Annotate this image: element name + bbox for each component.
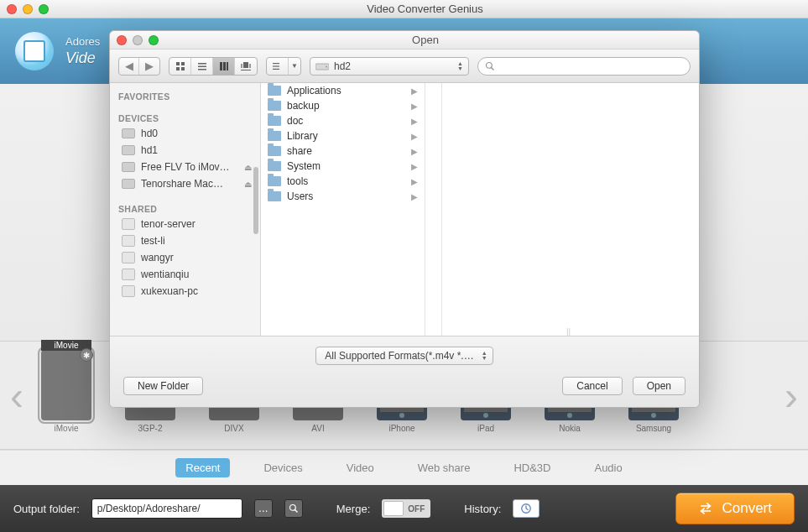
sidebar-device-item[interactable]: hd0 xyxy=(110,125,260,142)
chevron-updown-icon: ▲▼ xyxy=(457,61,463,71)
folder-label: Library xyxy=(287,130,318,142)
folder-item[interactable]: System▶ xyxy=(261,159,425,174)
sidebar[interactable]: FAVORITES DEVICES hd0hd1Free FLV To iMov… xyxy=(110,83,261,336)
svg-rect-16 xyxy=(241,70,251,70)
sidebar-devices-head: DEVICES xyxy=(110,110,260,125)
view-coverflow-button[interactable] xyxy=(235,58,257,75)
sidebar-item-label: hd1 xyxy=(141,144,158,156)
view-columns-button[interactable] xyxy=(213,58,235,75)
view-icons-button[interactable] xyxy=(169,58,191,75)
chevron-right-icon: ▶ xyxy=(411,117,418,126)
close-icon[interactable] xyxy=(7,4,17,14)
cancel-button[interactable]: Cancel xyxy=(562,377,622,395)
svg-rect-6 xyxy=(181,67,185,70)
tab-hd-3d[interactable]: HD&3D xyxy=(503,458,560,477)
folder-item[interactable]: tools▶ xyxy=(261,174,425,189)
folder-item[interactable]: Users▶ xyxy=(261,189,425,204)
chevron-right-icon: ▶ xyxy=(411,132,418,141)
sidebar-device-item[interactable]: Tenorshare Mac…⏏ xyxy=(110,175,260,192)
sidebar-item-label: tenor-server xyxy=(141,218,195,230)
folder-label: Applications xyxy=(287,85,341,96)
tab-web-share[interactable]: Web share xyxy=(408,458,481,477)
path-popup[interactable]: hd2 ▲▼ xyxy=(310,57,469,76)
svg-rect-17 xyxy=(273,63,279,64)
sidebar-favorites-head: FAVORITES xyxy=(110,88,260,103)
brand-text-2: Vide xyxy=(65,50,100,67)
chevron-right-icon: ▶ xyxy=(411,192,418,201)
sidebar-item-label: Free FLV To iMov… xyxy=(141,161,230,173)
folder-item[interactable]: doc▶ xyxy=(261,113,425,128)
folder-label: Users xyxy=(287,190,313,202)
folder-item[interactable]: share▶ xyxy=(261,143,425,159)
gear-icon[interactable]: ✱ xyxy=(80,348,93,362)
sidebar-device-item[interactable]: Free FLV To iMov…⏏ xyxy=(110,159,260,175)
file-format-filter[interactable]: All Supported Formats(*.m4v *.… ▲▼ xyxy=(315,347,493,365)
view-list-button[interactable] xyxy=(191,58,213,75)
minimize-icon[interactable] xyxy=(23,4,33,14)
drive-icon xyxy=(122,128,135,138)
footer-bar: Output folder: … Merge: OFF History: Con… xyxy=(0,485,808,532)
browse-output-button[interactable]: … xyxy=(254,499,273,518)
folder-label: System xyxy=(287,160,321,172)
nav-back-button[interactable]: ◀ xyxy=(119,58,139,75)
tab-video[interactable]: Video xyxy=(336,458,384,477)
file-column-3[interactable]: || xyxy=(442,83,699,336)
eject-icon[interactable]: ⏏ xyxy=(244,180,252,189)
dialog-zoom-icon[interactable] xyxy=(149,35,159,45)
thumb-label: iPhone xyxy=(388,424,414,433)
drive-icon xyxy=(122,179,135,189)
chevron-updown-icon: ▲▼ xyxy=(482,351,487,361)
sidebar-shared-item[interactable]: wangyr xyxy=(110,249,260,266)
svg-line-23 xyxy=(492,67,494,70)
folder-item[interactable]: Applications▶ xyxy=(261,83,425,98)
column-resize-handle[interactable]: || xyxy=(566,327,575,334)
thumbs-next-button[interactable]: › xyxy=(774,342,808,449)
svg-rect-19 xyxy=(273,68,279,69)
zoom-icon[interactable] xyxy=(39,4,49,14)
output-folder-input[interactable] xyxy=(91,498,242,519)
merge-toggle[interactable]: OFF xyxy=(382,499,430,518)
folder-item[interactable]: backup▶ xyxy=(261,98,425,113)
history-button[interactable] xyxy=(513,499,540,518)
tab-audio[interactable]: Audio xyxy=(584,458,632,477)
sidebar-shared-item[interactable]: wentianqiu xyxy=(110,266,260,283)
drive-icon xyxy=(315,61,329,71)
svg-rect-5 xyxy=(176,67,180,70)
open-button[interactable]: Open xyxy=(633,377,685,395)
output-folder-label: Output folder: xyxy=(13,503,80,515)
dialog-toolbar: ◀ ▶ ▼ hd2 ▲▼ xyxy=(110,50,699,83)
search-input[interactable] xyxy=(500,60,683,72)
chevron-right-icon: ▶ xyxy=(411,177,418,186)
computer-icon xyxy=(122,235,135,247)
thumb-label: DIVX xyxy=(224,424,243,433)
convert-button[interactable]: Convert xyxy=(675,493,795,524)
format-thumb-imovie[interactable]: ✱iMovie xyxy=(37,350,96,433)
sidebar-shared-item[interactable]: test-li xyxy=(110,232,260,249)
sidebar-item-label: Tenorshare Mac… xyxy=(141,178,223,190)
sidebar-scrollbar[interactable] xyxy=(253,167,258,234)
dialog-close-icon[interactable] xyxy=(117,35,127,45)
file-column-1[interactable]: Applications▶backup▶doc▶Library▶share▶Sy… xyxy=(261,83,425,336)
file-column-2[interactable] xyxy=(425,83,442,336)
sidebar-shared-item[interactable]: tenor-server xyxy=(110,216,260,232)
folder-icon xyxy=(268,191,281,201)
svg-rect-10 xyxy=(220,62,222,70)
eject-icon[interactable]: ⏏ xyxy=(244,163,252,172)
chevron-right-icon: ▶ xyxy=(411,147,418,156)
arrange-menu-button[interactable]: ▼ xyxy=(289,58,300,75)
svg-rect-12 xyxy=(227,62,228,70)
sidebar-device-item[interactable]: hd1 xyxy=(110,142,260,159)
computer-icon xyxy=(122,218,135,230)
new-folder-button[interactable]: New Folder xyxy=(123,377,203,395)
folder-icon xyxy=(268,176,281,186)
tab-recent[interactable]: Recent xyxy=(175,458,230,477)
search-field[interactable] xyxy=(477,57,691,76)
sidebar-shared-item[interactable]: xukexuan-pc xyxy=(110,283,260,300)
search-output-button[interactable] xyxy=(284,499,303,518)
nav-forward-button[interactable]: ▶ xyxy=(139,58,159,75)
arrange-button[interactable] xyxy=(267,58,289,75)
drive-icon xyxy=(122,162,135,172)
tab-devices[interactable]: Devices xyxy=(253,458,312,477)
svg-rect-3 xyxy=(176,62,180,65)
folder-item[interactable]: Library▶ xyxy=(261,128,425,143)
